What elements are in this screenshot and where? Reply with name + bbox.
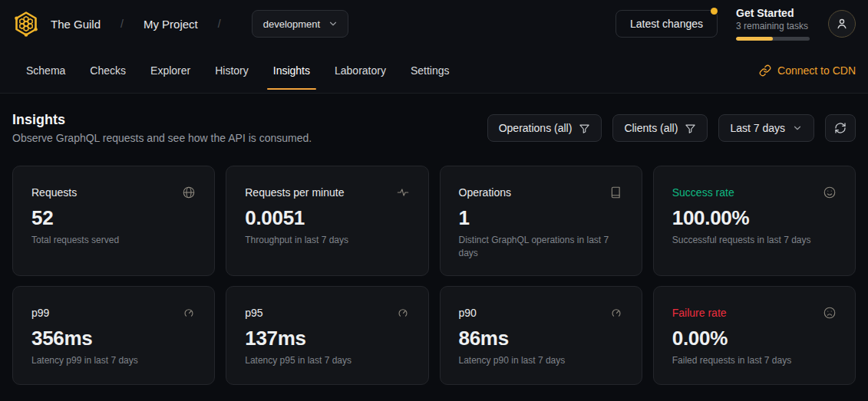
user-avatar[interactable] (828, 10, 856, 38)
card-success-rate: Success rate 100.00% Successful requests… (653, 166, 856, 276)
connect-to-cdn-label: Connect to CDN (777, 64, 856, 77)
breadcrumb-separator: / (218, 18, 221, 30)
latest-changes-button[interactable]: Latest changes (616, 10, 718, 38)
gauge-icon (396, 306, 410, 320)
card-subtitle: Failed requests in last 7 days (672, 354, 837, 367)
metrics-grid: Requests 52 Total requests served Reques… (12, 166, 856, 385)
top-bar: The Guild / My Project / development Lat… (0, 0, 868, 48)
tab-explorer[interactable]: Explorer (138, 48, 203, 93)
chevron-down-icon (792, 123, 803, 133)
filter-icon (579, 123, 590, 134)
card-value: 137ms (245, 327, 409, 350)
card-subtitle: Latency p95 in last 7 days (245, 354, 409, 367)
chevron-down-icon (328, 18, 338, 29)
latest-changes-label: Latest changes (630, 18, 703, 30)
card-p95: p95 137ms Latency p95 in last 7 days (226, 286, 428, 385)
card-operations: Operations 1 Distinct GraphQL operations… (440, 166, 642, 276)
tab-schema[interactable]: Schema (14, 48, 78, 93)
notification-dot (711, 8, 718, 15)
page-title: Insights (12, 112, 312, 128)
page-subtitle: Observe GraphQL requests and see how the… (12, 132, 312, 144)
get-started-widget[interactable]: Get Started 3 remaining tasks (736, 7, 810, 41)
card-failure-rate: Failure rate 0.00% Failed requests in la… (653, 286, 856, 385)
person-icon (835, 17, 849, 31)
link-icon (759, 64, 771, 77)
card-value: 0.00% (672, 327, 837, 350)
card-title: Failure rate (672, 307, 727, 319)
card-subtitle: Total requests served (31, 234, 196, 247)
breadcrumb-separator: / (120, 18, 124, 30)
card-value: 356ms (31, 327, 196, 350)
breadcrumb-org[interactable]: The Guild (51, 18, 101, 31)
card-subtitle: Distinct GraphQL operations in last 7 da… (459, 234, 623, 261)
card-title: Success rate (672, 186, 734, 199)
smile-icon (823, 186, 837, 199)
card-title: Requests (31, 186, 77, 199)
card-subtitle: Latency p99 in last 7 days (31, 354, 196, 367)
main-content: Insights Observe GraphQL requests and se… (0, 112, 868, 385)
card-requests: Requests 52 Total requests served (12, 166, 215, 276)
page-title-block: Insights Observe GraphQL requests and se… (12, 112, 312, 144)
globe-icon (182, 186, 196, 199)
tab-bar: Schema Checks Explorer History Insights … (0, 48, 868, 94)
card-title: p99 (31, 307, 49, 319)
card-subtitle: Throughput in last 7 days (245, 234, 409, 247)
card-p90: p90 86ms Latency p90 in last 7 days (440, 286, 642, 385)
card-value: 0.0051 (245, 206, 409, 230)
get-started-subtitle: 3 remaining tasks (736, 21, 810, 31)
get-started-progress-fill (736, 37, 773, 41)
gauge-icon (182, 306, 196, 320)
card-title: Requests per minute (245, 186, 344, 199)
card-value: 86ms (459, 327, 623, 350)
tab-laboratory[interactable]: Laboratory (322, 48, 398, 93)
tab-insights[interactable]: Insights (261, 48, 322, 93)
breadcrumb-project[interactable]: My Project (144, 18, 198, 31)
card-value: 100.00% (672, 206, 837, 230)
clients-filter-button[interactable]: Clients (all) (612, 114, 708, 142)
card-value: 1 (459, 206, 623, 230)
tab-history[interactable]: History (203, 48, 261, 93)
refresh-button[interactable] (825, 114, 856, 142)
card-p99: p99 356ms Latency p99 in last 7 days (12, 286, 215, 385)
card-subtitle: Successful requests in last 7 days (672, 234, 837, 247)
card-subtitle: Latency p90 in last 7 days (459, 354, 623, 367)
refresh-icon (834, 122, 847, 134)
get-started-progressbar (736, 37, 810, 41)
gauge-icon (609, 306, 623, 320)
operations-filter-button[interactable]: Operations (all) (487, 114, 602, 142)
card-title: p95 (245, 307, 262, 319)
card-title: p90 (459, 307, 477, 319)
filter-icon (685, 123, 696, 134)
date-range-selector[interactable]: Last 7 days (718, 114, 814, 142)
card-requests-per-minute: Requests per minute 0.0051 Throughput in… (226, 166, 428, 276)
filter-toolbar: Operations (all) Clients (all) Last 7 da… (487, 114, 856, 142)
hive-logo-icon[interactable] (12, 10, 40, 38)
tab-checks[interactable]: Checks (78, 48, 138, 93)
environment-selector[interactable]: development (252, 10, 348, 38)
activity-icon (396, 186, 410, 199)
breadcrumb: The Guild / My Project / development (12, 10, 348, 38)
environment-selector-value: development (263, 18, 320, 30)
connect-to-cdn-link[interactable]: Connect to CDN (759, 48, 856, 93)
frown-icon (823, 306, 837, 320)
card-value: 52 (31, 206, 196, 230)
get-started-title: Get Started (736, 7, 810, 21)
card-title: Operations (459, 186, 511, 199)
book-icon (609, 186, 623, 199)
tab-settings[interactable]: Settings (398, 48, 462, 93)
